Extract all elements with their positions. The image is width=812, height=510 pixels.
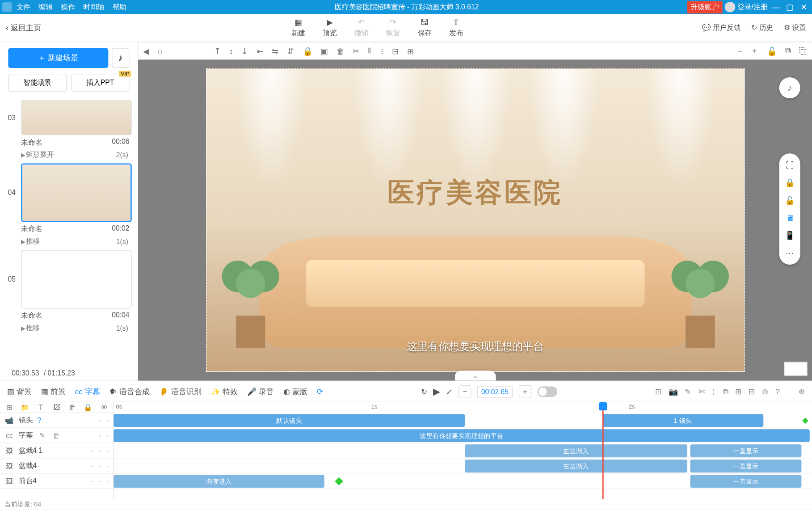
zoom-out-icon[interactable]: − [737, 46, 742, 55]
subtitle-clip[interactable]: 这里有你想要实现理想的平台 [114, 429, 810, 442]
reception-desk[interactable] [259, 236, 691, 348]
track-subtitle[interactable]: cc字幕✎🗑•• [0, 428, 113, 443]
settings-button[interactable]: ⚙ 设置 [784, 23, 806, 33]
edit-subtitle-icon[interactable]: ✎ [38, 431, 47, 439]
keyframe-icon[interactable] [335, 477, 343, 486]
collapse-icon[interactable]: ⊖ [762, 387, 768, 396]
scene-music-button[interactable]: ♪ [112, 48, 129, 68]
group-icon[interactable]: ▣ [320, 46, 328, 55]
hospital-sign[interactable]: 医疗美容医院 [206, 174, 744, 211]
scene-05[interactable]: 05 未命名00:04 ▶推移1(s) [6, 250, 132, 334]
save-button[interactable]: 🖫保存 [418, 17, 432, 38]
spacing-icon[interactable]: ⊞ [407, 46, 414, 55]
track-desk[interactable]: 🖼前台4••• [0, 474, 113, 489]
pot1-stay-clip[interactable]: 一直显示 [690, 444, 802, 457]
eye-icon[interactable]: 👁 [100, 403, 109, 411]
frame-out-icon[interactable]: ⊟ [749, 387, 755, 396]
filter-icon[interactable]: ⫿ [712, 387, 716, 396]
feedback-button[interactable]: 💬 用户反馈 [702, 23, 741, 33]
expand-icon[interactable]: ⤢ [446, 387, 452, 396]
flip-v-icon[interactable]: ⇵ [287, 46, 295, 55]
plant-left[interactable] [218, 248, 282, 348]
mobile-view-icon[interactable]: 📱 [785, 231, 795, 240]
transition-play-icon[interactable]: ▶ [21, 152, 25, 158]
close-icon[interactable]: ✕ [798, 2, 810, 12]
playhead[interactable] [602, 402, 604, 499]
timeline-ruler[interactable]: 0s 1s 2s [114, 402, 812, 413]
maximize-icon[interactable]: ▢ [784, 2, 795, 12]
unlock-icon[interactable]: 🔓 [785, 196, 795, 205]
add-camera-icon[interactable]: ◆ [802, 415, 808, 425]
login-button[interactable]: 登录/注册 [737, 2, 767, 12]
upgrade-button[interactable]: 升级账户 [687, 1, 723, 13]
bg-tab[interactable]: ▨背景 [7, 386, 32, 397]
fx-tab[interactable]: ✨特效 [211, 386, 238, 397]
track-camera[interactable]: 📹镜头?•• [0, 413, 113, 428]
lock-track-icon[interactable]: 🔒 [84, 403, 93, 411]
avatar-icon[interactable] [724, 2, 735, 13]
frame-in-icon[interactable]: ⊞ [735, 387, 741, 396]
trash-icon[interactable]: 🗑 [68, 403, 77, 411]
canvas-stage[interactable]: 医疗美容医院 这里有你想要实现理想的平台 [206, 68, 744, 372]
bgm-button[interactable]: ♪ [779, 77, 800, 98]
menu-timeline[interactable]: 时间轴 [83, 2, 104, 12]
image-icon[interactable]: 🖼 [52, 403, 61, 411]
timeline-zoom-out[interactable]: − [459, 385, 471, 398]
new-scene-button[interactable]: ＋ 新建场景 [8, 48, 108, 68]
align-center-icon[interactable]: ⊟ [392, 46, 399, 55]
pot2-stay-clip[interactable]: 一直显示 [690, 459, 802, 472]
add-folder-icon[interactable]: ⊞ [4, 403, 13, 411]
layers-icon[interactable]: ⿻ [799, 46, 807, 55]
transition-play-icon[interactable]: ▶ [21, 238, 25, 244]
scene-thumb[interactable] [21, 100, 132, 135]
snap-toggle[interactable] [537, 386, 557, 397]
preview-button[interactable]: ▶预览 [323, 17, 337, 38]
scene-03[interactable]: 03 未命名00:06 ▶矩形展开2(s) [6, 100, 132, 161]
camera-clip-default[interactable]: 默认镜头 [114, 414, 465, 427]
home-icon[interactable]: ⌂ [157, 46, 162, 55]
minimap[interactable] [784, 362, 807, 376]
desktop-view-icon[interactable]: 🖥 [786, 213, 794, 223]
lock-canvas-icon[interactable]: 🔓 [767, 46, 777, 55]
track-pot2[interactable]: 🖼盆栽4••• [0, 459, 113, 474]
distribute-h-icon[interactable]: ⫴ [368, 46, 371, 55]
asr-tab[interactable]: 👂语音识别 [159, 386, 201, 397]
timeline-zoom-in[interactable]: + [518, 385, 531, 398]
menu-edit[interactable]: 编辑 [38, 2, 52, 12]
desk-stay-clip[interactable]: 一直显示 [690, 475, 802, 488]
timecode[interactable]: 00:02.65 [477, 386, 513, 397]
replay-icon[interactable]: ↻ [421, 387, 427, 396]
align-left-icon[interactable]: ⇤ [257, 46, 264, 55]
align-top-icon[interactable]: ⤒ [214, 46, 221, 55]
distribute-v-icon[interactable]: ⫶ [380, 46, 384, 55]
help-icon[interactable]: ? [38, 416, 42, 424]
plant-right[interactable] [668, 248, 732, 348]
new-button[interactable]: ▦新建 [291, 17, 305, 38]
pot2-enter-clip[interactable]: 右边渐入 [465, 459, 687, 472]
minimize-icon[interactable]: — [770, 2, 782, 12]
publish-button[interactable]: ⇧发布 [449, 17, 463, 38]
fg-tab[interactable]: ▦前景 [41, 386, 66, 397]
undo-button[interactable]: ↶撤销 [354, 17, 368, 38]
zoom-in-icon[interactable]: ＋ [750, 46, 758, 56]
menu-file[interactable]: 文件 [17, 2, 30, 12]
copy-icon[interactable]: ⧉ [785, 46, 791, 55]
marker-icon[interactable]: ⊡ [655, 387, 661, 396]
subtitle-tab[interactable]: cc字幕 [75, 386, 100, 397]
lock-aspect-icon[interactable]: 🔒 [785, 178, 795, 187]
delete-icon[interactable]: 🗑 [337, 46, 345, 55]
lock-icon[interactable]: 🔒 [303, 46, 312, 55]
help-icon[interactable]: ? [775, 387, 779, 396]
camera-clip-1[interactable]: 1 镜头 [602, 414, 763, 427]
insert-ppt-button[interactable]: 插入PPTVIP [71, 74, 129, 92]
edit-icon[interactable]: ✎ [685, 387, 691, 396]
collapse-canvas-button[interactable]: ⌄ [454, 371, 496, 380]
align-vcenter-icon[interactable]: ↕ [229, 46, 233, 55]
add-track-icon[interactable]: ⊕ [799, 387, 805, 396]
crop-icon[interactable]: ✂ [353, 46, 360, 55]
fullscreen-icon[interactable]: ⛶ [786, 160, 794, 170]
menu-help[interactable]: 帮助 [113, 2, 126, 12]
track-pot1[interactable]: 🖼盆栽4 1••• [0, 443, 113, 459]
camera-icon[interactable]: 📷 [669, 387, 678, 396]
history-button[interactable]: ↻ 历史 [751, 23, 773, 33]
